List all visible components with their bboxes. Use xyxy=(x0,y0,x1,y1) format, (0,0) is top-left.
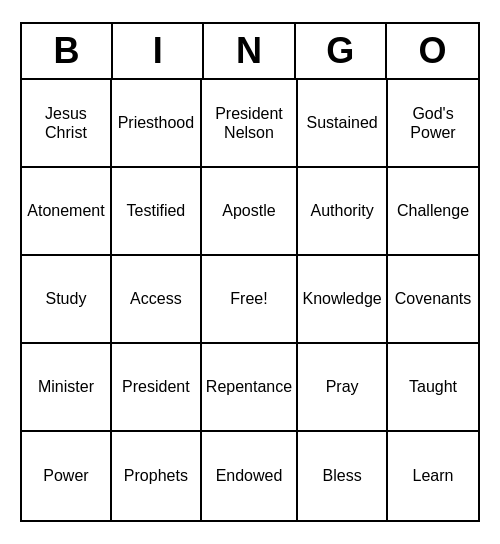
cell-text: Repentance xyxy=(206,377,292,396)
bingo-cell: Testified xyxy=(112,168,202,256)
bingo-cell: Free! xyxy=(202,256,298,344)
cell-text: Covenants xyxy=(395,289,472,308)
cell-text: Authority xyxy=(311,201,374,220)
cell-text: President xyxy=(122,377,190,396)
cell-text: Knowledge xyxy=(303,289,382,308)
bingo-cell: Authority xyxy=(298,168,388,256)
bingo-grid: Jesus ChristPriesthoodPresident NelsonSu… xyxy=(22,80,478,520)
bingo-cell: Bless xyxy=(298,432,388,520)
cell-text: Sustained xyxy=(307,113,378,132)
cell-text: Access xyxy=(130,289,182,308)
cell-text: Minister xyxy=(38,377,94,396)
bingo-cell: Challenge xyxy=(388,168,478,256)
bingo-cell: President xyxy=(112,344,202,432)
bingo-card: BINGO Jesus ChristPriesthoodPresident Ne… xyxy=(20,22,480,522)
cell-text: Priesthood xyxy=(118,113,195,132)
cell-text: Pray xyxy=(326,377,359,396)
cell-text: Bless xyxy=(323,466,362,485)
bingo-cell: Minister xyxy=(22,344,112,432)
cell-text: Testified xyxy=(127,201,186,220)
cell-text: President Nelson xyxy=(206,104,292,142)
bingo-cell: Knowledge xyxy=(298,256,388,344)
header-letter: B xyxy=(22,24,113,78)
header-letter: I xyxy=(113,24,204,78)
cell-text: Atonement xyxy=(27,201,104,220)
bingo-cell: Jesus Christ xyxy=(22,80,112,168)
bingo-cell: Repentance xyxy=(202,344,298,432)
bingo-cell: Pray xyxy=(298,344,388,432)
cell-text: Jesus Christ xyxy=(26,104,106,142)
cell-text: Apostle xyxy=(222,201,275,220)
bingo-cell: Study xyxy=(22,256,112,344)
cell-text: Free! xyxy=(230,289,267,308)
header-letter: G xyxy=(296,24,387,78)
bingo-cell: Learn xyxy=(388,432,478,520)
cell-text: Endowed xyxy=(216,466,283,485)
bingo-header: BINGO xyxy=(22,24,478,80)
bingo-cell: Power xyxy=(22,432,112,520)
cell-text: Challenge xyxy=(397,201,469,220)
bingo-cell: Priesthood xyxy=(112,80,202,168)
cell-text: Taught xyxy=(409,377,457,396)
bingo-cell: Covenants xyxy=(388,256,478,344)
cell-text: Power xyxy=(43,466,88,485)
bingo-cell: Taught xyxy=(388,344,478,432)
cell-text: God's Power xyxy=(392,104,474,142)
cell-text: Study xyxy=(46,289,87,308)
bingo-cell: Apostle xyxy=(202,168,298,256)
header-letter: O xyxy=(387,24,478,78)
bingo-cell: Access xyxy=(112,256,202,344)
header-letter: N xyxy=(204,24,295,78)
bingo-cell: Endowed xyxy=(202,432,298,520)
bingo-cell: God's Power xyxy=(388,80,478,168)
bingo-cell: Atonement xyxy=(22,168,112,256)
bingo-cell: Sustained xyxy=(298,80,388,168)
bingo-cell: Prophets xyxy=(112,432,202,520)
cell-text: Prophets xyxy=(124,466,188,485)
cell-text: Learn xyxy=(413,466,454,485)
bingo-cell: President Nelson xyxy=(202,80,298,168)
